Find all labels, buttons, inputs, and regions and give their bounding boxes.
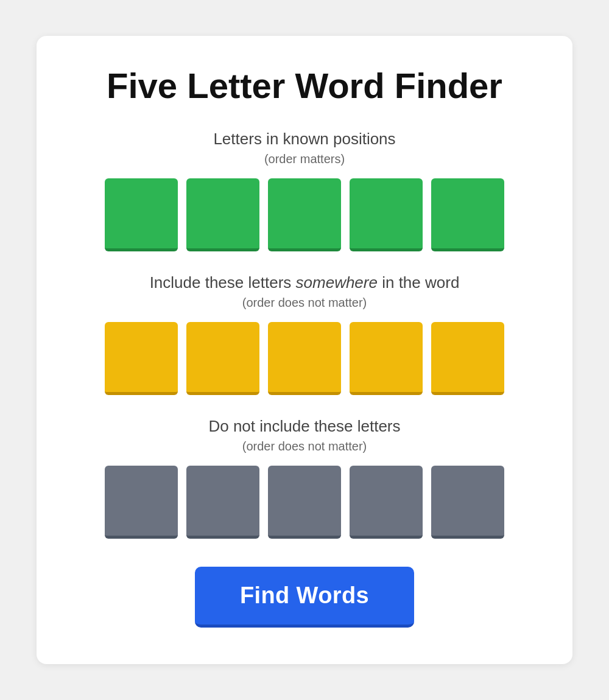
include-letters-subtitle: (order does not matter) [242, 296, 367, 310]
known-tile-5[interactable] [431, 178, 504, 251]
known-tile-1[interactable] [105, 178, 178, 251]
known-positions-section: Letters in known positions (order matter… [73, 130, 536, 251]
find-words-button[interactable]: Find Words [195, 567, 414, 628]
known-positions-subtitle: (order matters) [264, 152, 345, 166]
known-tile-2[interactable] [186, 178, 259, 251]
exclude-tile-3[interactable] [268, 466, 341, 539]
include-letters-title: Include these letters somewhere in the w… [150, 273, 460, 292]
include-letters-tiles-row [105, 322, 504, 395]
exclude-tile-5[interactable] [431, 466, 504, 539]
include-title-italic: somewhere [296, 273, 378, 292]
include-tile-3[interactable] [268, 322, 341, 395]
include-tile-5[interactable] [431, 322, 504, 395]
exclude-tile-2[interactable] [186, 466, 259, 539]
include-tile-2[interactable] [186, 322, 259, 395]
exclude-letters-title: Do not include these letters [208, 417, 400, 436]
include-title-plain: Include these letters [150, 273, 296, 292]
known-tile-4[interactable] [350, 178, 423, 251]
include-letters-section: Include these letters somewhere in the w… [73, 273, 536, 395]
exclude-letters-tiles-row [105, 466, 504, 539]
main-card: Five Letter Word Finder Letters in known… [37, 36, 572, 664]
include-title-end: in the word [378, 273, 459, 292]
include-tile-1[interactable] [105, 322, 178, 395]
exclude-letters-subtitle: (order does not matter) [242, 439, 367, 453]
known-positions-title: Letters in known positions [213, 130, 395, 149]
exclude-tile-1[interactable] [105, 466, 178, 539]
exclude-letters-section: Do not include these letters (order does… [73, 417, 536, 539]
page-title: Five Letter Word Finder [107, 66, 502, 105]
exclude-tile-4[interactable] [350, 466, 423, 539]
known-positions-tiles-row [105, 178, 504, 251]
include-tile-4[interactable] [350, 322, 423, 395]
known-tile-3[interactable] [268, 178, 341, 251]
